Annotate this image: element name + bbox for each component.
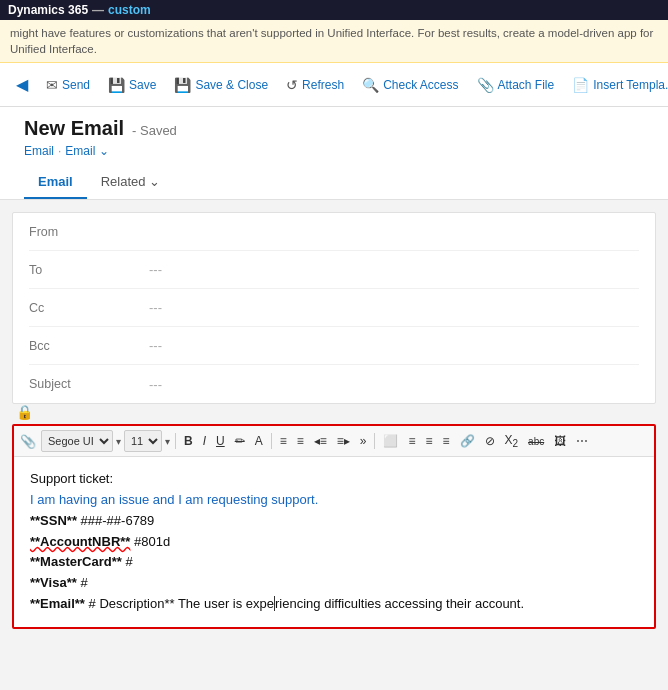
refresh-label: Refresh — [302, 78, 344, 92]
bcc-field-row: Bcc --- — [29, 327, 639, 365]
accountnbr-value: #801d — [134, 534, 170, 549]
breadcrumb-email1[interactable]: Email — [24, 144, 54, 158]
title-bar: Dynamics 365 — custom — [0, 0, 668, 20]
editor-body[interactable]: Support ticket: I am having an issue and… — [14, 457, 654, 627]
attach-file-icon: 📎 — [477, 77, 494, 93]
send-button[interactable]: ✉ Send — [38, 72, 98, 98]
back-button[interactable]: ◀ — [8, 71, 36, 98]
mastercard-label: **MasterCard** — [30, 554, 122, 569]
font-size-dropdown-arrow: ▾ — [165, 436, 170, 447]
bullet-list-button[interactable]: ≡ — [276, 432, 291, 450]
editor-toolbar: 📎 Segoe UI ▾ 11 8 9 10 12 14 ▾ B I U — [14, 426, 654, 457]
mastercard-value: # — [125, 554, 132, 569]
email-fields-card: From To --- Cc --- Bcc --- Subject --- — [12, 212, 656, 404]
visa-label: **Visa** — [30, 575, 77, 590]
editor-card: 📎 Segoe UI ▾ 11 8 9 10 12 14 ▾ B I U — [12, 424, 656, 629]
bcc-label: Bcc — [29, 339, 149, 353]
editor-line-3: **SSN** ###-##-6789 — [30, 511, 638, 532]
font-size-select[interactable]: 11 8 9 10 12 14 — [124, 430, 162, 452]
toolbar-divider-3 — [374, 433, 375, 449]
toolbar-divider-2 — [271, 433, 272, 449]
cc-field-row: Cc --- — [29, 289, 639, 327]
editor-line-2: I am having an issue and I am requesting… — [30, 490, 638, 511]
toolbar-divider-1 — [175, 433, 176, 449]
support-ticket-label: Support ticket: — [30, 471, 113, 486]
increase-indent-button[interactable]: ≡▸ — [333, 432, 354, 450]
check-access-icon: 🔍 — [362, 77, 379, 93]
save-label: Save — [129, 78, 156, 92]
insert-template-label: Insert Templa... — [593, 78, 668, 92]
code-button[interactable]: abc — [524, 434, 548, 449]
breadcrumb: Email · Email ⌄ — [24, 144, 644, 158]
decrease-indent-button[interactable]: ◂≡ — [310, 432, 331, 450]
to-value[interactable]: --- — [149, 262, 162, 277]
editor-line-4: **AccountNBR** #801d — [30, 532, 638, 553]
send-icon: ✉ — [46, 77, 58, 93]
app-custom: custom — [108, 3, 151, 17]
table-button[interactable]: ⬜ — [379, 432, 402, 450]
send-label: Send — [62, 78, 90, 92]
attach-file-button[interactable]: 📎 Attach File — [469, 72, 563, 98]
refresh-icon: ↺ — [286, 77, 298, 93]
underline-button[interactable]: U — [212, 432, 229, 450]
to-label: To — [29, 263, 149, 277]
image-button[interactable]: 🖼 — [550, 432, 570, 450]
insert-template-button[interactable]: 📄 Insert Templa... — [564, 72, 668, 98]
breadcrumb-email2[interactable]: Email ⌄ — [65, 144, 108, 158]
strikethrough-button[interactable]: ✏ — [231, 432, 249, 450]
save-close-label: Save & Close — [195, 78, 268, 92]
italic-button[interactable]: I — [199, 432, 210, 450]
to-field-row: To --- — [29, 251, 639, 289]
cc-value[interactable]: --- — [149, 300, 162, 315]
app-brand: Dynamics 365 — [8, 3, 88, 17]
subject-label: Subject — [29, 377, 149, 391]
align-left-button[interactable]: ≡ — [404, 432, 419, 450]
numbered-list-button[interactable]: ≡ — [293, 432, 308, 450]
editor-container: 🔒 📎 Segoe UI ▾ 11 8 9 10 12 14 ▾ — [12, 424, 656, 629]
page-header: New Email - Saved Email · Email ⌄ Email … — [0, 107, 668, 200]
tab-email[interactable]: Email — [24, 166, 87, 199]
saved-status: - Saved — [132, 123, 177, 138]
blockquote-button[interactable]: » — [356, 432, 371, 450]
link-button[interactable]: 🔗 — [456, 432, 479, 450]
align-right-button[interactable]: ≡ — [438, 432, 453, 450]
from-label: From — [29, 225, 149, 239]
editor-line-7: **Email** # Description** The user is ex… — [30, 594, 638, 615]
visa-value: # — [80, 575, 87, 590]
subscript-button[interactable]: X2 — [501, 431, 523, 451]
attach-file-label: Attach File — [498, 78, 555, 92]
title-separator: — — [92, 3, 104, 17]
bcc-value[interactable]: --- — [149, 338, 162, 353]
email-value-cont: riencing difficulties accessing their ac… — [275, 596, 524, 611]
insert-template-icon: 📄 — [572, 77, 589, 93]
warning-text: might have features or customizations th… — [10, 27, 653, 55]
email-value: # Description** The user is expe — [89, 596, 274, 611]
check-access-label: Check Access — [383, 78, 458, 92]
remove-format-button[interactable]: ⊘ — [481, 432, 499, 450]
font-color-button[interactable]: A — [251, 432, 267, 450]
ssn-label: **SSN** — [30, 513, 77, 528]
font-dropdown-arrow: ▾ — [116, 436, 121, 447]
ssn-value: ###-##-6789 — [81, 513, 155, 528]
editor-line-5: **MasterCard** # — [30, 552, 638, 573]
font-family-select[interactable]: Segoe UI — [41, 430, 113, 452]
requesting-support-text: I am having an issue and I am requesting… — [30, 492, 318, 507]
align-center-button[interactable]: ≡ — [421, 432, 436, 450]
page-title: New Email — [24, 117, 124, 140]
bold-button[interactable]: B — [180, 432, 197, 450]
breadcrumb-separator: · — [58, 144, 61, 158]
save-button[interactable]: 💾 Save — [100, 72, 164, 98]
editor-line-1: Support ticket: — [30, 469, 638, 490]
editor-line-6: **Visa** # — [30, 573, 638, 594]
refresh-button[interactable]: ↺ Refresh — [278, 72, 352, 98]
tab-bar: Email Related ⌄ — [24, 166, 644, 199]
tab-related[interactable]: Related ⌄ — [87, 166, 174, 199]
check-access-button[interactable]: 🔍 Check Access — [354, 72, 466, 98]
subject-value[interactable]: --- — [149, 377, 162, 392]
from-field-row: From — [29, 213, 639, 251]
more-button[interactable]: ⋯ — [572, 432, 592, 450]
save-close-button[interactable]: 💾 Save & Close — [166, 72, 276, 98]
save-close-icon: 💾 — [174, 77, 191, 93]
editor-lock-icon: 🔒 — [16, 404, 33, 420]
email-label: **Email** — [30, 596, 85, 611]
